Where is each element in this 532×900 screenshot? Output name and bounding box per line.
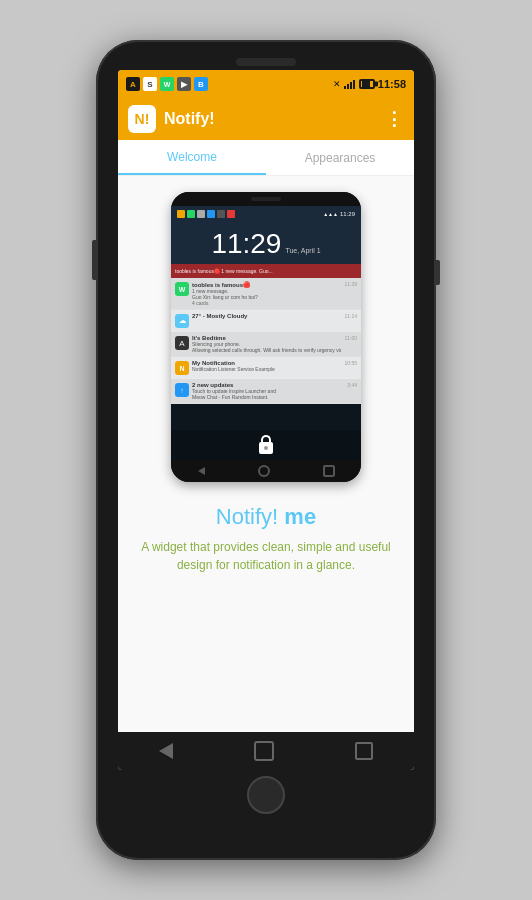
status-icon-s: S [143, 77, 157, 91]
speaker-grill [236, 58, 296, 66]
status-icons-right: ✕ 11:58 [333, 78, 406, 90]
bottom-nav-bar [118, 732, 414, 770]
notification-area: W toobles is famous🔴 1 new message. Guo … [171, 278, 361, 430]
status-time: 11:58 [378, 78, 406, 90]
status-icon-p: ▶ [177, 77, 191, 91]
notif-content-updates: 2 new updates Touch to update Inspire La… [192, 382, 344, 400]
promo-title: Notify! me [138, 504, 394, 530]
notif-icon-weather: ☁ [175, 314, 189, 328]
notif-icon-bedtime: A [175, 336, 189, 350]
notif-item-myapp: N My Notification Notification Listener … [171, 357, 361, 379]
tab-welcome[interactable]: Welcome [118, 140, 266, 175]
app-title: Notify! [164, 110, 385, 128]
volume-button[interactable] [92, 240, 96, 280]
inner-phone-top [171, 192, 361, 206]
lock-body [259, 442, 273, 454]
phone-bottom [247, 770, 285, 820]
nav-recent-button[interactable] [355, 742, 373, 760]
inner-back-button [198, 467, 205, 475]
notif-count-whatsapp: 4 cards [192, 300, 341, 306]
clock-time: 11:29 [211, 228, 281, 260]
clock-area: 11:29 Tue, April 1 [171, 222, 361, 264]
power-button[interactable] [436, 260, 440, 285]
notif-icon-updates: ↑ [175, 383, 189, 397]
status-icon-a: A [126, 77, 140, 91]
inner-icon-5 [217, 210, 225, 218]
nav-back-button[interactable] [159, 743, 173, 759]
inner-home-button [258, 465, 270, 477]
inner-phone-nav [171, 460, 361, 482]
notif-time-weather: 11:14 [344, 313, 357, 319]
status-icon-whatsapp: W [160, 77, 174, 91]
notif-item-updates: ↑ 2 new updates Touch to update Inspire … [171, 379, 361, 404]
notif-content-bedtime: It's Bedtime Silencing your phone. Allow… [192, 335, 341, 353]
lock-icon [257, 435, 275, 455]
notif-time-updates: 3:44 [347, 382, 357, 388]
inner-phone-screen: ▲▲▲ 11:29 11:29 Tue, April 1 [171, 206, 361, 460]
lock-area [171, 430, 361, 460]
notif-item-whatsapp: W toobles is famous🔴 1 new message. Guo … [171, 278, 361, 310]
notif-item-weather: ☁ 27° - Mostly Cloudy 11:14 [171, 310, 361, 332]
inner-status-icons [177, 210, 235, 218]
nav-home-button[interactable] [254, 741, 274, 761]
notif-time-bedtime: 11:00 [344, 335, 357, 341]
notif-content-weather: 27° - Mostly Cloudy [192, 313, 341, 319]
inner-icon-2 [187, 210, 195, 218]
notif-title-weather: 27° - Mostly Cloudy [192, 313, 341, 319]
lock-keyhole [264, 446, 268, 450]
notif-body-myapp: Notification Listener Service Example [192, 366, 341, 372]
inner-recent-button [323, 465, 335, 477]
notif-item-bedtime: A It's Bedtime Silencing your phone. All… [171, 332, 361, 357]
main-content: ▲▲▲ 11:29 11:29 Tue, April 1 [118, 176, 414, 732]
overflow-menu-button[interactable]: ⋮ [385, 108, 404, 130]
inner-right-icons: ▲▲▲ 11:29 [323, 211, 355, 217]
inner-icon-3 [197, 210, 205, 218]
inner-icon-1 [177, 210, 185, 218]
inner-phone-speaker [251, 197, 281, 201]
app-icon: N! [128, 105, 156, 133]
app-bar: N! Notify! ⋮ [118, 98, 414, 140]
phone-frame: A S W ▶ B ✕ 11:58 N! Notify! [96, 40, 436, 860]
phone-preview-container: ▲▲▲ 11:29 11:29 Tue, April 1 [151, 192, 381, 482]
notif-content-myapp: My Notification Notification Listener Se… [192, 360, 341, 372]
notif-title-whatsapp: toobles is famous🔴 [192, 281, 341, 288]
inner-phone-mockup: ▲▲▲ 11:29 11:29 Tue, April 1 [171, 192, 361, 482]
notif-icon-whatsapp: W [175, 282, 189, 296]
notification-strip: toobles is famous🔴 1 new message. Guo... [171, 264, 361, 278]
notif-body-updates-2: Meow Chat - Fun Random Instant. [192, 394, 344, 400]
notif-content-whatsapp: toobles is famous🔴 1 new message. Guo Xi… [192, 281, 341, 306]
notif-body-bedtime-2: Allowing selected calls through. Will as… [192, 347, 341, 353]
inner-icon-6 [227, 210, 235, 218]
promo-section: Notify! me A widget that provides clean,… [118, 492, 414, 584]
promo-description: A widget that provides clean, simple and… [138, 538, 394, 574]
clock-date: Tue, April 1 [285, 247, 320, 254]
notification-strip-text: toobles is famous🔴 1 new message. Guo... [175, 268, 273, 274]
status-icon-b: B [194, 77, 208, 91]
status-icons-left: A S W ▶ B [126, 77, 208, 91]
notif-time-myapp: 10:55 [344, 360, 357, 366]
signal-off-icon: ✕ [333, 79, 341, 89]
signal-strength-icon [344, 79, 356, 89]
tab-bar: Welcome Appearances [118, 140, 414, 176]
notif-time-whatsapp: 11:29 [344, 281, 357, 287]
app-icon-text: N! [135, 111, 150, 127]
phone-home-button[interactable] [247, 776, 285, 814]
tab-appearances[interactable]: Appearances [266, 140, 414, 175]
inner-signal: ▲▲▲ [323, 211, 338, 217]
inner-status-bar: ▲▲▲ 11:29 [171, 206, 361, 222]
phone-screen: A S W ▶ B ✕ 11:58 N! Notify! [118, 70, 414, 770]
status-bar: A S W ▶ B ✕ 11:58 [118, 70, 414, 98]
notif-icon-myapp: N [175, 361, 189, 375]
battery-icon [359, 79, 375, 89]
inner-icon-4 [207, 210, 215, 218]
